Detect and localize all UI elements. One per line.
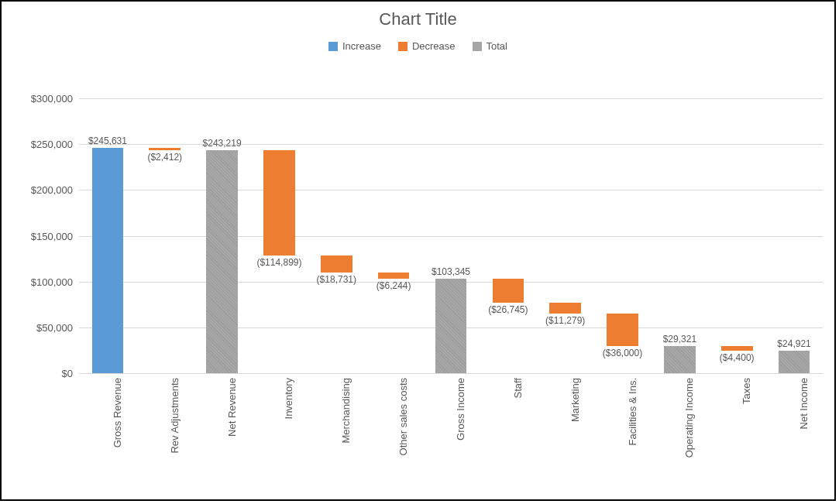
bar-value-label: ($36,000) bbox=[603, 348, 642, 358]
x-axis-label: Marketing bbox=[569, 378, 581, 422]
bar-decrease bbox=[607, 314, 638, 347]
bar-value-label: $24,921 bbox=[777, 338, 810, 349]
bar-total bbox=[779, 351, 810, 373]
bar-decrease bbox=[263, 150, 295, 255]
bar-decrease bbox=[149, 148, 181, 150]
chart-legend: Increase Decrease Total bbox=[2, 40, 834, 52]
x-axis-label: Inventory bbox=[283, 378, 294, 419]
gridline bbox=[79, 373, 823, 374]
bar-value-label: $29,321 bbox=[663, 334, 696, 345]
bar-value-label: ($18,731) bbox=[317, 274, 356, 285]
bar-increase bbox=[92, 148, 124, 373]
bar-total bbox=[664, 346, 696, 373]
x-axis-label: Gross Income bbox=[455, 378, 466, 441]
legend-label-decrease: Decrease bbox=[412, 40, 456, 52]
bar-value-label: ($4,400) bbox=[720, 352, 755, 363]
bar-value-label: $103,345 bbox=[432, 266, 470, 277]
gridline bbox=[79, 98, 823, 99]
bar-decrease bbox=[493, 279, 524, 303]
x-axis-label: Facilities & Ins. bbox=[627, 378, 638, 445]
x-axis-label: Taxes bbox=[741, 378, 752, 404]
gridline bbox=[79, 236, 823, 237]
bar-decrease bbox=[321, 255, 352, 273]
gridline bbox=[79, 144, 823, 145]
y-axis-tick: $250,000 bbox=[31, 139, 73, 150]
legend-label-total: Total bbox=[487, 40, 507, 52]
y-axis-tick: $300,000 bbox=[31, 93, 73, 105]
legend-item-total: Total bbox=[473, 40, 507, 52]
x-axis-label: Rev Adjustments bbox=[169, 378, 181, 454]
y-axis-tick: $50,000 bbox=[36, 321, 73, 333]
bar-value-label: $243,219 bbox=[203, 138, 242, 149]
legend-swatch-increase bbox=[328, 42, 338, 51]
bar-decrease bbox=[721, 346, 753, 350]
x-axis-label: Net Income bbox=[798, 378, 810, 429]
x-axis-label: Gross Revenue bbox=[112, 378, 123, 447]
legend-item-decrease: Decrease bbox=[398, 40, 456, 52]
legend-label-increase: Increase bbox=[342, 40, 381, 52]
bar-value-label: $245,631 bbox=[88, 135, 127, 146]
bar-value-label: ($114,899) bbox=[256, 257, 301, 268]
plot-area: $0$50,000$100,000$150,000$200,000$250,00… bbox=[79, 98, 823, 373]
bar-decrease bbox=[378, 273, 410, 278]
y-axis-tick: $0 bbox=[62, 368, 73, 379]
bar-total bbox=[435, 279, 467, 373]
bar-value-label: ($2,412) bbox=[147, 152, 182, 163]
chart-title: Chart Title bbox=[2, 9, 834, 29]
x-axis-label: Merchandising bbox=[340, 378, 352, 444]
gridline bbox=[79, 190, 823, 190]
chart-frame: Chart Title Increase Decrease Total $0$5… bbox=[0, 0, 836, 501]
x-axis-label: Net Revenue bbox=[226, 378, 238, 437]
y-axis-tick: $200,000 bbox=[31, 184, 73, 196]
bar-total bbox=[206, 150, 238, 373]
y-axis-tick: $150,000 bbox=[31, 230, 73, 242]
bar-decrease bbox=[549, 303, 581, 313]
y-axis-tick: $100,000 bbox=[31, 276, 73, 287]
legend-item-increase: Increase bbox=[328, 40, 381, 52]
bar-value-label: ($11,279) bbox=[545, 315, 585, 326]
bar-value-label: ($26,745) bbox=[488, 304, 528, 315]
legend-swatch-total bbox=[473, 42, 482, 51]
bar-value-label: ($6,244) bbox=[377, 280, 411, 291]
x-axis-label: Staff bbox=[512, 378, 524, 399]
legend-swatch-decrease bbox=[398, 42, 407, 51]
x-axis-label: Other sales costs bbox=[397, 378, 409, 455]
x-axis-label: Operating Income bbox=[683, 378, 695, 458]
